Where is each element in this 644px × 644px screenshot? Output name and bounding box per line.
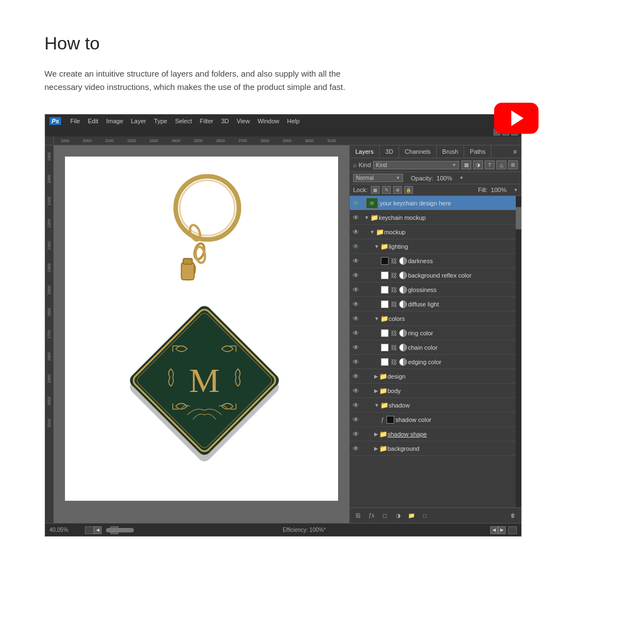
expand-arrow[interactable]: ▼ xyxy=(374,244,379,249)
layer-background[interactable]: 👁 ▶ 📁 background xyxy=(350,441,516,456)
status-icon xyxy=(85,526,94,534)
eye-icon[interactable]: 👁 xyxy=(350,286,362,294)
eye-icon[interactable]: 👁 xyxy=(350,416,362,424)
layer-your-keychain[interactable]: 👁 ▦ your keychain design here xyxy=(350,196,516,210)
expand-arrow[interactable]: ▼ xyxy=(374,402,379,408)
eye-icon[interactable]: 👁 xyxy=(350,445,362,452)
layer-lighting[interactable]: 👁 ▼ 📁 lighting xyxy=(350,239,516,254)
scroll-left-btn[interactable]: ◀ xyxy=(94,526,102,534)
visibility-eye: 👁 xyxy=(353,358,359,366)
layer-keychain-mockup[interactable]: 👁 ▼ 📁 keychain mockup xyxy=(350,210,516,225)
eye-icon[interactable]: 👁 xyxy=(350,401,362,409)
layer-name-background-reflex: background reflex color xyxy=(408,272,514,279)
eye-icon[interactable]: 👁 xyxy=(350,387,362,395)
tab-brush[interactable]: Brush xyxy=(437,145,465,158)
eye-icon[interactable]: 👁 xyxy=(350,300,362,308)
eye-icon[interactable]: 👁 xyxy=(350,271,362,279)
expand-arrow[interactable]: ▶ xyxy=(374,388,378,394)
eye-icon[interactable]: 👁 xyxy=(350,243,362,250)
layer-ring-color[interactable]: 👁 ⛓ ring color xyxy=(350,326,516,340)
kind-select[interactable]: Kind ▼ xyxy=(373,161,459,169)
layer-glossiness[interactable]: 👁 ⛓ glossiness xyxy=(350,283,516,297)
layers-scrollbar[interactable] xyxy=(516,196,521,507)
menu-layer[interactable]: Layer xyxy=(128,117,150,125)
expand-arrow[interactable]: ▶ xyxy=(374,374,378,379)
lock-position-icon[interactable]: ✎ xyxy=(382,186,391,194)
ruler-left-tick: 3100 xyxy=(45,412,53,434)
tab-paths[interactable]: Paths xyxy=(464,145,491,158)
expand-arrow[interactable]: ▼ xyxy=(374,316,379,321)
menu-file[interactable]: File xyxy=(67,117,83,125)
layer-shadow-shape[interactable]: 👁 ▶ 📁 shadow shape xyxy=(350,427,516,441)
eye-icon[interactable]: 👁 xyxy=(350,315,362,323)
layer-body[interactable]: 👁 ▶ 📁 body xyxy=(350,384,516,398)
adjustment-filter-icon[interactable]: ◑ xyxy=(473,160,483,169)
layer-edging-color[interactable]: 👁 ⛓ edging color xyxy=(350,355,516,369)
expand-arrow[interactable]: ▼ xyxy=(364,215,369,220)
eye-icon[interactable]: 👁 xyxy=(350,344,362,351)
layer-name-glossiness: glossiness xyxy=(408,286,514,293)
smart-filter-icon[interactable]: ⊞ xyxy=(508,160,518,169)
svg-point-0 xyxy=(175,177,239,240)
folder-icon: 📁 xyxy=(380,243,389,250)
lock-row: Lock: ▦ ✎ ⊕ 🔒 Fill: 100% ▼ xyxy=(350,184,521,196)
menu-select[interactable]: Select xyxy=(172,117,195,125)
nav-next-btn[interactable]: ▶ xyxy=(498,526,506,534)
layer-mockup[interactable]: 👁 ▼ 📁 mockup xyxy=(350,225,516,239)
folder-icon: 📁 xyxy=(379,445,388,452)
menu-type[interactable]: Type xyxy=(150,117,170,125)
layer-design[interactable]: 👁 ▶ 📁 design xyxy=(350,369,516,384)
new-layer-icon[interactable]: □ xyxy=(420,511,430,520)
layer-shadow-color[interactable]: 👁 ƒ shadow color xyxy=(350,412,516,427)
layer-background-reflex[interactable]: 👁 ⛓ background reflex color xyxy=(350,268,516,283)
eye-icon[interactable]: 👁 xyxy=(350,214,362,222)
expand-arrow[interactable]: ▼ xyxy=(370,229,375,235)
eye-icon[interactable]: 👁 xyxy=(350,430,362,438)
layer-darkness[interactable]: 👁 ⛓ darkness xyxy=(350,254,516,268)
eye-icon[interactable]: 👁 xyxy=(350,358,362,366)
new-adjustment-icon[interactable]: ◑ xyxy=(393,511,403,520)
lock-artboard-icon[interactable]: ⊕ xyxy=(393,186,402,194)
menu-window[interactable]: Window xyxy=(254,117,283,125)
add-style-icon[interactable]: ƒx xyxy=(366,511,376,520)
layer-shadow[interactable]: 👁 ▼ 📁 shadow xyxy=(350,398,516,412)
eye-icon[interactable]: 👁 xyxy=(350,257,362,265)
eye-icon[interactable]: 👁 xyxy=(350,329,362,337)
delete-layer-icon[interactable]: 🗑 xyxy=(508,511,518,520)
fill-label: Fill: xyxy=(478,187,487,193)
add-mask-icon[interactable]: ◻ xyxy=(380,511,390,520)
expand-arrow[interactable]: ▶ xyxy=(374,446,378,451)
tab-layers[interactable]: Layers xyxy=(350,145,380,158)
menu-3d[interactable]: 3D xyxy=(218,117,232,125)
eye-icon[interactable]: 👁 xyxy=(350,199,362,207)
canvas-area[interactable]: M xyxy=(54,145,349,523)
eye-icon[interactable]: 👁 xyxy=(350,373,362,380)
blend-mode-select[interactable]: Normal ▼ xyxy=(353,174,403,182)
color-swatch-white xyxy=(381,344,389,351)
nav-prev-btn[interactable]: ◀ xyxy=(490,526,498,534)
layer-name-lighting: lighting xyxy=(389,243,514,250)
panel-options-icon[interactable]: ≡ xyxy=(509,145,521,158)
menu-image[interactable]: Image xyxy=(103,117,127,125)
eye-icon[interactable]: 👁 xyxy=(350,228,362,236)
new-group-icon[interactable]: 📁 xyxy=(406,511,416,520)
layer-diffuse-light[interactable]: 👁 ⛓ diffuse light xyxy=(350,297,516,311)
menu-edit[interactable]: Edit xyxy=(84,117,102,125)
layers-list[interactable]: 👁 ▦ your keychain design here 👁 ▼ xyxy=(350,196,516,507)
pixel-filter-icon[interactable]: ▩ xyxy=(461,160,471,169)
tab-channels[interactable]: Channels xyxy=(399,145,436,158)
expand-arrow[interactable]: ▶ xyxy=(374,431,378,437)
layer-colors[interactable]: 👁 ▼ 📁 colors xyxy=(350,311,516,326)
menu-filter[interactable]: Filter xyxy=(197,117,217,125)
layer-chain-color[interactable]: 👁 ⛓ chain color xyxy=(350,340,516,355)
youtube-play-button[interactable] xyxy=(494,103,539,134)
shape-filter-icon[interactable]: △ xyxy=(496,160,506,169)
canvas-content: M xyxy=(65,157,338,501)
menu-view[interactable]: View xyxy=(233,117,253,125)
tab-3d[interactable]: 3D xyxy=(380,145,399,158)
link-layers-icon[interactable]: ⛓ xyxy=(353,511,363,520)
menu-help[interactable]: Help xyxy=(284,117,303,125)
type-filter-icon[interactable]: T xyxy=(485,160,495,169)
lock-pixels-icon[interactable]: ▦ xyxy=(371,186,380,194)
lock-all-icon[interactable]: 🔒 xyxy=(404,186,413,194)
